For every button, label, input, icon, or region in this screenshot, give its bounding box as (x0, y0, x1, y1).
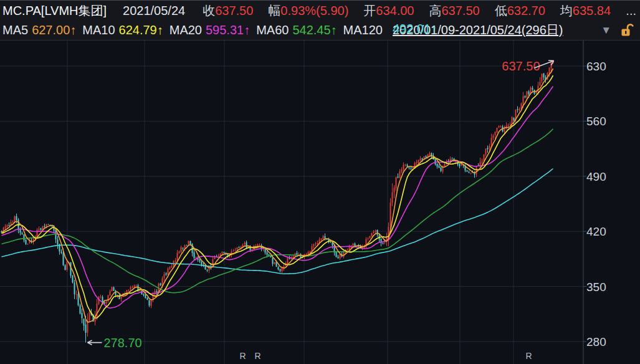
svg-text:420: 420 (586, 225, 606, 238)
high-field: 高637.50 (429, 2, 479, 19)
header-right-controls: ▼ (601, 23, 638, 38)
ma5-legend: MA5627.00↑ (2, 23, 76, 37)
unlock-icon[interactable] (620, 23, 634, 38)
change-field: 幅0.93%(5.90) (268, 2, 348, 19)
kline-chart[interactable]: RRR278.70637.50630560490420350280 (0, 41, 640, 364)
ma10-line (2, 75, 553, 318)
ma60-legend: MA60542.45↑ (256, 23, 337, 37)
close-field: 收637.50 (203, 2, 253, 19)
low-field: 低632.70 (495, 2, 545, 19)
svg-text:280: 280 (586, 335, 606, 348)
chevron-down-icon[interactable]: ▼ (601, 25, 611, 36)
price-axis-labels: 630560490420350280 (583, 60, 606, 348)
svg-text:637.50: 637.50 (502, 59, 540, 73)
svg-text:278.70: 278.70 (104, 336, 142, 350)
svg-text:R: R (525, 351, 532, 361)
open-field: 开634.00 (363, 2, 414, 19)
quote-header-row: MC.PA[LVMH集团] 2021/05/24 收637.50 幅0.93%(… (0, 1, 640, 21)
ma120-line (2, 169, 553, 274)
svg-text:R: R (239, 351, 246, 361)
ma-legend-row: MA5627.00↑ MA10624.79↑ MA20595.31↑ MA605… (0, 21, 640, 41)
ma20-line (2, 86, 553, 308)
ma120-legend-label: MA120 (343, 23, 386, 37)
svg-text:560: 560 (586, 115, 606, 128)
candles-layer[interactable] (1, 60, 554, 343)
period-low-annotation: 278.70 (88, 336, 142, 350)
stock-chart-window: MC.PA[LVMH集团] 2021/05/24 收637.50 幅0.93%(… (0, 0, 640, 364)
ma20-legend: MA20595.31↑ (170, 23, 250, 37)
symbol-name: MC.PA[LVMH集团] (2, 2, 107, 19)
event-markers: RRR (239, 351, 532, 361)
ma10-legend: MA10624.79↑ (82, 23, 163, 37)
candlestick-svg[interactable]: RRR278.70637.50630560490420350280 (0, 41, 640, 364)
more-indicator[interactable]: ... (626, 4, 638, 18)
ma-lines (2, 69, 553, 322)
svg-text:350: 350 (586, 280, 606, 294)
svg-text:630: 630 (586, 60, 606, 73)
svg-text:R: R (254, 351, 260, 361)
quote-date: 2021/05/24 (123, 4, 185, 18)
avg-field: 均635.84 (560, 2, 611, 19)
svg-text:490: 490 (586, 170, 606, 183)
date-range-selector[interactable]: 2020/01/09-2021/05/24(296日) 492.01↑ (393, 22, 563, 39)
ma5-line (2, 69, 553, 322)
ma120-value: 492.01↑ (393, 22, 437, 36)
